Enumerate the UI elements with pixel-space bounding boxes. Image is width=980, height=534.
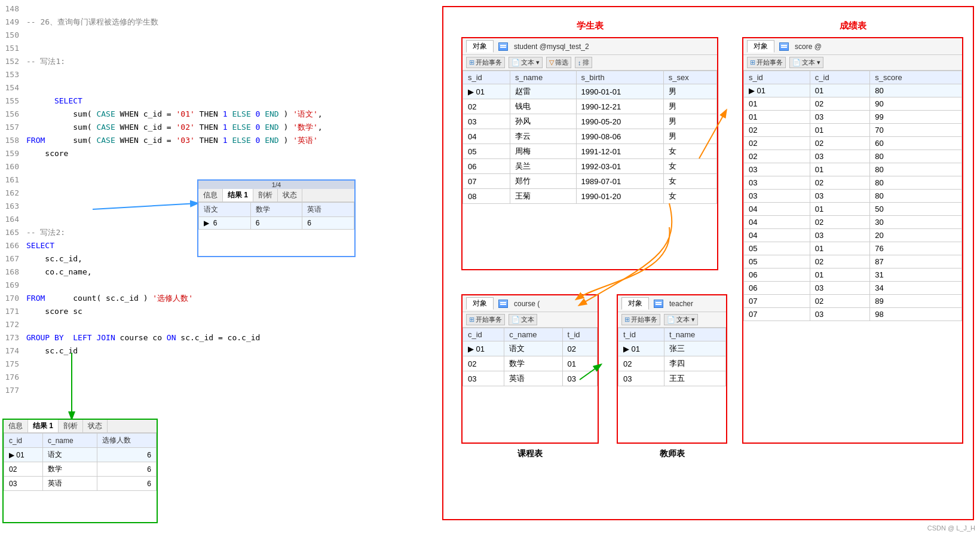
course-table-container: c_id c_name t_id ▶ 01语文02 02数学01 03英语03 (463, 328, 598, 386)
student-text-btn[interactable]: 📄 文本 ▾ (509, 57, 543, 68)
table-row: 030180 (744, 163, 962, 176)
result-tab-result1[interactable]: 结果 1 (223, 189, 253, 202)
student-table-container: s_id s_name s_birth s_sex ▶ 01赵雷1990-01-… (463, 71, 717, 204)
course-toolbar: ⊞ 开始事务 📄 文本 (463, 312, 598, 328)
col-yingyu: 英语 (302, 203, 354, 217)
bottom-result-tabs: 信息 结果 1 剖析 状态 (4, 420, 157, 433)
course-tab-object[interactable]: 对象 (466, 297, 494, 310)
sort-icon: ↕ (578, 59, 581, 66)
table-row: 03英语03 (463, 371, 598, 386)
teacher-panel: 教师表 对象 teacher ⊞ 开始事务 📄 文本 ▾ (617, 294, 727, 444)
result-popup-pagination: 1/4 (198, 181, 354, 189)
score-table-container: s_id c_id s_score ▶ 010180 010290 010399… (743, 71, 962, 321)
score-start-tx-btn[interactable]: ⊞ 开始事务 (747, 57, 786, 68)
start-tx-icon: ⊞ (624, 316, 630, 324)
score-text-btn[interactable]: 📄 文本 ▾ (789, 57, 823, 68)
student-col-sid: s_id (463, 71, 510, 84)
score-col-sscore: s_score (870, 71, 962, 84)
score-panel: 成绩表 对象 score @ ⊞ 开始事务 📄 文本 ▾ (742, 37, 963, 444)
table-row: ▶ 01赵雷1990-01-01男 (463, 84, 717, 99)
teacher-table-title: 教师表 (618, 448, 726, 459)
code-line-156: 156 sum( CASE WHEN c_id = '02' THEN 1 EL… (0, 108, 424, 121)
result-popup: 1/4 信息 结果 1 剖析 状态 语文 数学 英语 ▶ 6 6 6 (197, 179, 356, 257)
col-shuxue: 数学 (250, 203, 302, 217)
score-tab-object[interactable]: 对象 (747, 40, 774, 53)
course-col-cid: c_id (463, 328, 504, 341)
student-tab-object[interactable]: 对象 (466, 40, 494, 53)
text-icon: 📄 (667, 316, 675, 324)
code-line-150: 150 (0, 29, 424, 42)
code-line-155: 155 sum( CASE WHEN c_id = '01' THEN 1 EL… (0, 94, 424, 108)
course-db-label: course ( (514, 300, 540, 308)
table-row: 02李四 (618, 356, 726, 371)
code-line-171: 171 score sc (0, 305, 424, 318)
result-tab-profiling[interactable]: 剖析 (253, 189, 278, 202)
result-tab-info[interactable]: 信息 (198, 189, 223, 202)
code-line-172: 172 LEFT JOIN course co ON sc.c_id = co.… (0, 318, 424, 331)
result-popup-table: 语文 数学 英语 ▶ 6 6 6 (198, 202, 354, 230)
table-row: 060334 (744, 282, 962, 295)
student-data-table: s_id s_name s_birth s_sex ▶ 01赵雷1990-01-… (463, 71, 717, 204)
cell-count: 6 (97, 448, 156, 462)
table-row: 05周梅1991-12-01女 (463, 144, 717, 159)
text-icon: 📄 (512, 59, 520, 66)
code-line-153: 153 (0, 68, 424, 81)
course-col-cname: c_name (504, 328, 562, 341)
table-row: ▶ 6 6 6 (199, 217, 354, 230)
teacher-start-tx-btn[interactable]: ⊞ 开始事务 (621, 314, 660, 325)
student-table-title: 学生表 (463, 20, 717, 32)
cell-cname: 语文 (43, 448, 97, 462)
course-data-table: c_id c_name t_id ▶ 01语文02 02数学01 03英语03 (463, 328, 598, 386)
text-icon: 📄 (512, 316, 520, 324)
table-row: 08王菊1990-01-20女 (463, 189, 717, 204)
table-row: 02钱电1990-12-21男 (463, 99, 717, 114)
table-row: 050176 (744, 242, 962, 255)
score-data-table: s_id c_id s_score ▶ 010180 010290 010399… (743, 71, 962, 321)
teacher-col-tname: t_name (664, 328, 725, 341)
teacher-tab-object[interactable]: 对象 (621, 297, 649, 310)
code-line-160: 160 (0, 160, 424, 173)
bottom-tab-status[interactable]: 状态 (83, 420, 108, 432)
main-red-box: 学生表 对象 student @mysql_test_2 ⊞ 开始事务 📄 文本… (442, 6, 974, 520)
table-row: 060131 (744, 268, 962, 282)
cell-shuxue: 6 (250, 217, 302, 230)
teacher-col-tid: t_id (618, 328, 664, 341)
code-line-168: 168 co.c_name, (0, 266, 424, 279)
student-start-tx-btn[interactable]: ⊞ 开始事务 (466, 57, 505, 68)
teacher-db-label: teacher (669, 300, 693, 308)
table-icon (654, 300, 663, 308)
student-sort-btn[interactable]: ↕ 排 (575, 57, 592, 68)
score-db-label: score @ (795, 42, 822, 51)
table-icon (498, 42, 508, 51)
student-panel: 学生表 对象 student @mysql_test_2 ⊞ 开始事务 📄 文本… (461, 37, 718, 270)
course-col-tid: t_id (562, 328, 597, 341)
cell-cid: ▶ 01 (4, 448, 43, 462)
score-col-sid: s_id (744, 71, 810, 84)
bottom-tab-profiling[interactable]: 剖析 (59, 420, 83, 432)
student-toolbar: ⊞ 开始事务 📄 文本 ▾ ▽ 筛选 ↕ 排 (463, 55, 717, 71)
course-panel: 课程表 对象 course ( ⊞ 开始事务 📄 文本 (461, 294, 599, 444)
start-tx-icon: ⊞ (469, 316, 474, 324)
table-row: ▶ 01语文02 (463, 341, 598, 356)
course-start-tx-btn[interactable]: ⊞ 开始事务 (466, 314, 505, 325)
course-table-title: 课程表 (463, 448, 598, 459)
table-row: 02 数学 6 (4, 462, 157, 477)
course-panel-header: 对象 course ( (463, 295, 598, 312)
code-line-175: 175 (0, 358, 424, 371)
cell-yingyu: 6 (302, 217, 354, 230)
teacher-data-table: t_id t_name ▶ 01张三 02李四 03王五 (618, 328, 726, 386)
table-row: 06吴兰1992-03-01女 (463, 159, 717, 174)
student-db-label: student @mysql_test_2 (514, 42, 589, 51)
table-row: 02数学01 (463, 356, 598, 371)
table-row: ▶ 01张三 (618, 341, 726, 356)
col-cid: c_id (4, 434, 43, 448)
table-row: 030380 (744, 190, 962, 203)
result-tab-status[interactable]: 状态 (278, 189, 302, 202)
table-icon (779, 42, 789, 51)
course-text-btn[interactable]: 📄 文本 (509, 314, 537, 325)
teacher-text-btn[interactable]: 📄 文本 ▾ (664, 314, 698, 325)
teacher-toolbar: ⊞ 开始事务 📄 文本 ▾ (618, 312, 726, 328)
bottom-tab-result1[interactable]: 结果 1 (28, 420, 59, 432)
student-filter-btn[interactable]: ▽ 筛选 (546, 57, 571, 68)
bottom-tab-info[interactable]: 信息 (4, 420, 28, 432)
